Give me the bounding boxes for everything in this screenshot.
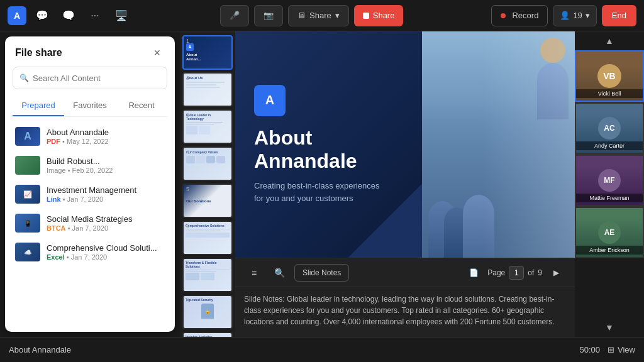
slide-photo [422,31,575,258]
page-current: 1 [509,266,524,280]
participant-name-mattie: Mattie Freeman [576,194,643,202]
file-info: About Annandale PDF • May 12, 2022 [47,128,165,145]
chat-icon-button[interactable]: 💬 [31,5,53,26]
file-meta: Link • Jan 7, 2020 [47,195,165,203]
topbar-left: A 💬 🗨️ ··· 🖥️ [8,5,132,26]
chat-bubble-icon-button[interactable]: 🗨️ [58,5,79,26]
next-page-button[interactable]: ▶ [546,263,566,283]
page-separator: of [528,268,534,277]
list-item[interactable]: 📈 Investment Management Link • Jan 7, 20… [5,180,175,209]
slide-thumbnail-5[interactable]: Our Solutions 5 [182,184,233,218]
file-date-value: Jan 7, 2020 [71,253,108,261]
participant-name-vicki: Vicki Bell [576,89,643,98]
mic-button[interactable]: 🎤 [220,5,249,26]
file-date: • [62,138,67,145]
topbar-right: Record 👤 19 ▾ End [491,5,636,26]
file-name: Investment Management [47,185,165,195]
file-list: A About Annandale PDF • May 12, 2022 [5,117,175,332]
search-box: 🔍 [13,67,167,89]
participant-video-vicki[interactable]: VB Vicki Bell [575,50,644,102]
file-thumbnail [15,156,40,175]
person-icon: 👤 [560,11,570,20]
slide-thumbnail-7[interactable]: Transform & Flexible Solutions 7 [182,258,233,292]
tab-prepared[interactable]: Prepared [13,96,64,116]
grid-icon: ⊞ [608,345,614,354]
participants-count: 19 [573,11,582,20]
slide-thumbnail-4[interactable]: Our Company Values 4 [182,146,233,181]
participant-name-amber: Amber Erickson [576,246,643,255]
slide-number: 6 [186,223,189,229]
file-share-panel: File share ✕ 🔍 Prepared Favorites Recent… [5,36,175,332]
slide-thumbnail-1[interactable]: A AboutAnnan... 1 [182,35,233,70]
more-options-button[interactable]: ··· [84,5,106,26]
slide-number: 9 [186,334,189,337]
slide-thumbnail-9[interactable]: Insights Analytics 9 [182,332,233,337]
slide-number: 5 [186,186,189,192]
file-date-value: Jan 7, 2020 [67,195,104,203]
slide-controls: ≡ 🔍 Slide Notes 📄 Page 1 of 9 ▶ [235,258,575,287]
topbar: A 💬 🗨️ ··· 🖥️ 🎤 📷 🖥 Share ▾ Share Record… [0,0,644,31]
bottom-bar-right: 50:00 ⊞ View [580,345,636,354]
topbar-center: 🎤 📷 🖥 Share ▾ Share [220,5,403,26]
slide-thumbnail-column: A AboutAnnan... 1 About Us 2 [180,31,235,337]
file-name: Comprehensive Cloud Soluti... [47,243,165,253]
screen-share-icon-button[interactable]: 🖥️ [111,5,132,26]
record-dot-icon [501,13,506,18]
slide-thumbnail-8[interactable]: Top-rated Security 🔒 8 [182,295,233,329]
file-thumbnail: 📈 [15,185,40,204]
panel-header: File share ✕ [5,36,175,67]
file-name: Social Media Strategies [47,214,165,224]
file-info: Investment Management Link • Jan 7, 2020 [47,185,165,203]
page-label: Page [487,268,505,277]
amber-avatar-initials: AE [604,228,615,237]
scroll-up-button[interactable]: ▲ [605,36,614,46]
camera-button[interactable]: 📷 [254,5,283,26]
file-thumbnail: ☁️ [15,243,40,261]
participant-video-amber[interactable]: AE Amber Erickson [575,207,644,258]
presentation-title: About Annandale [9,345,71,354]
andy-avatar-initials: AC [604,124,614,133]
slide-thumbnail-6[interactable]: Comprehensive Solutions 6 [182,221,233,255]
search-slides-button[interactable]: 🔍 [269,263,289,283]
record-label: Record [512,11,538,20]
participant-video-andy[interactable]: AC Andy Carter [575,102,644,154]
close-button[interactable]: ✕ [150,45,165,60]
file-name: About Annandale [47,128,165,137]
file-type: BTCA [47,224,66,232]
slide-number: 1 [186,38,189,44]
list-item[interactable]: 📱 Social Media Strategies BTCA • Jan 7, … [5,209,175,238]
file-type: Image [47,167,66,174]
end-button[interactable]: End [602,5,636,26]
file-date-sep: • [68,167,72,174]
record-button[interactable]: Record [491,5,548,26]
sidebar-toggle-button[interactable]: ≡ [244,263,264,283]
share-dropdown-button[interactable]: 🖥 Share ▾ [288,5,349,26]
slide-thumbnail-3[interactable]: Global Leader in Technology 3 [182,109,233,144]
list-item[interactable]: ☁️ Comprehensive Cloud Soluti... Excel •… [5,238,175,266]
scroll-down-button[interactable]: ▼ [605,322,614,332]
share-live-button[interactable]: Share [354,5,404,26]
slide-presentation: A About Annandale Creating best-in-class… [235,31,575,258]
list-item[interactable]: A About Annandale PDF • May 12, 2022 [5,122,175,151]
panel-nav-bottom: ▼ [575,318,644,337]
slide-number: 4 [186,149,189,155]
slide-thumbnail-2[interactable]: About Us 2 [182,72,233,107]
file-name: Build Robust... [47,156,165,166]
file-meta: PDF • May 12, 2022 [47,138,165,145]
mattie-avatar-initials: MF [604,176,614,185]
tab-favorites[interactable]: Favorites [64,96,116,116]
slide-notes-button[interactable]: Slide Notes [294,264,349,282]
page-icon: 📄 [464,263,484,283]
participants-button[interactable]: 👤 19 ▾ [553,5,596,26]
file-info: Build Robust... Image • Feb 20, 2022 [47,156,165,174]
right-panel: ▲ VB Vicki Bell AC Andy Carter [575,31,644,337]
participant-video-mattie[interactable]: MF Mattie Freeman [575,155,644,206]
view-button[interactable]: ⊞ View [608,345,635,354]
file-date-sep: • [68,224,72,232]
vicki-avatar-initials: VB [603,71,615,81]
file-meta: Excel • Jan 7, 2020 [47,253,165,261]
list-item[interactable]: Build Robust... Image • Feb 20, 2022 [5,151,175,180]
slide-subtext: Creating best-in-class experiencesfor yo… [254,180,403,204]
tab-recent[interactable]: Recent [116,96,167,116]
search-input[interactable] [33,74,160,83]
